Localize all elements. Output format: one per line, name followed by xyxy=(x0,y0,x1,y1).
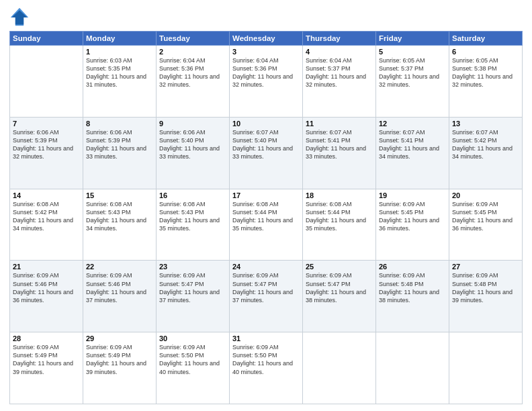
day-number: 15 xyxy=(86,191,153,199)
calendar-cell: 14Sunrise: 6:08 AMSunset: 5:42 PMDayligh… xyxy=(10,189,83,261)
day-number: 26 xyxy=(379,263,446,271)
cell-info: Sunrise: 6:07 AMSunset: 5:40 PMDaylight:… xyxy=(232,128,300,161)
calendar-cell: 22Sunrise: 6:09 AMSunset: 5:46 PMDayligh… xyxy=(83,261,157,332)
day-number: 4 xyxy=(306,48,373,56)
cell-info: Sunrise: 6:06 AMSunset: 5:40 PMDaylight:… xyxy=(159,128,226,161)
cell-info: Sunrise: 6:06 AMSunset: 5:39 PMDaylight:… xyxy=(13,128,80,161)
calendar-cell: 4Sunrise: 6:04 AMSunset: 5:37 PMDaylight… xyxy=(303,46,376,118)
cell-info: Sunrise: 6:08 AMSunset: 5:42 PMDaylight:… xyxy=(13,200,80,233)
cell-info: Sunrise: 6:05 AMSunset: 5:37 PMDaylight:… xyxy=(379,56,446,89)
calendar-cell: 25Sunrise: 6:09 AMSunset: 5:47 PMDayligh… xyxy=(303,261,376,332)
day-number: 29 xyxy=(86,334,153,342)
day-number: 20 xyxy=(452,191,519,199)
cell-info: Sunrise: 6:08 AMSunset: 5:44 PMDaylight:… xyxy=(232,200,300,233)
cell-info: Sunrise: 6:03 AMSunset: 5:35 PMDaylight:… xyxy=(86,56,153,89)
day-number: 27 xyxy=(452,263,519,271)
cell-info: Sunrise: 6:09 AMSunset: 5:45 PMDaylight:… xyxy=(452,200,519,233)
calendar-cell: 16Sunrise: 6:08 AMSunset: 5:43 PMDayligh… xyxy=(157,189,230,261)
calendar-cell: 26Sunrise: 6:09 AMSunset: 5:48 PMDayligh… xyxy=(376,261,449,332)
cell-info: Sunrise: 6:09 AMSunset: 5:49 PMDaylight:… xyxy=(13,343,80,376)
calendar-cell: 2Sunrise: 6:04 AMSunset: 5:36 PMDaylight… xyxy=(157,46,230,118)
cell-info: Sunrise: 6:04 AMSunset: 5:37 PMDaylight:… xyxy=(306,56,373,89)
day-number: 3 xyxy=(232,48,300,56)
day-number: 13 xyxy=(452,120,519,128)
calendar-cell: 27Sunrise: 6:09 AMSunset: 5:48 PMDayligh… xyxy=(449,261,523,332)
day-number: 24 xyxy=(232,263,300,271)
day-number: 22 xyxy=(86,263,153,271)
cell-info: Sunrise: 6:09 AMSunset: 5:49 PMDaylight:… xyxy=(86,343,153,376)
calendar-cell xyxy=(10,46,83,118)
day-number: 18 xyxy=(306,191,373,199)
cell-info: Sunrise: 6:09 AMSunset: 5:45 PMDaylight:… xyxy=(379,200,446,233)
cell-info: Sunrise: 6:08 AMSunset: 5:43 PMDaylight:… xyxy=(86,200,153,233)
calendar-cell: 28Sunrise: 6:09 AMSunset: 5:49 PMDayligh… xyxy=(10,332,83,404)
logo xyxy=(9,7,32,27)
calendar-cell: 6Sunrise: 6:05 AMSunset: 5:38 PMDaylight… xyxy=(449,46,523,118)
day-number: 25 xyxy=(306,263,373,271)
calendar-cell: 9Sunrise: 6:06 AMSunset: 5:40 PMDaylight… xyxy=(157,117,230,189)
calendar-cell: 19Sunrise: 6:09 AMSunset: 5:45 PMDayligh… xyxy=(376,189,449,261)
day-number: 12 xyxy=(379,120,446,128)
cell-info: Sunrise: 6:09 AMSunset: 5:47 PMDaylight:… xyxy=(306,271,373,304)
calendar-cell: 23Sunrise: 6:09 AMSunset: 5:47 PMDayligh… xyxy=(157,261,230,332)
calendar-cell: 1Sunrise: 6:03 AMSunset: 5:35 PMDaylight… xyxy=(83,46,157,118)
cell-info: Sunrise: 6:07 AMSunset: 5:41 PMDaylight:… xyxy=(379,128,446,161)
calendar-cell: 13Sunrise: 6:07 AMSunset: 5:42 PMDayligh… xyxy=(449,117,523,189)
day-number: 28 xyxy=(13,334,80,342)
cell-info: Sunrise: 6:09 AMSunset: 5:48 PMDaylight:… xyxy=(379,271,446,304)
day-number: 19 xyxy=(379,191,446,199)
cell-info: Sunrise: 6:09 AMSunset: 5:48 PMDaylight:… xyxy=(452,271,519,304)
day-number: 10 xyxy=(232,120,300,128)
day-header-saturday: Saturday xyxy=(449,32,523,46)
cell-info: Sunrise: 6:09 AMSunset: 5:46 PMDaylight:… xyxy=(13,271,80,304)
logo-icon xyxy=(9,7,30,27)
day-number: 1 xyxy=(86,48,153,56)
header xyxy=(9,7,523,27)
day-number: 7 xyxy=(13,120,80,128)
day-number: 17 xyxy=(232,191,300,199)
calendar-cell: 8Sunrise: 6:06 AMSunset: 5:39 PMDaylight… xyxy=(83,117,157,189)
day-number: 5 xyxy=(379,48,446,56)
calendar-cell: 3Sunrise: 6:04 AMSunset: 5:36 PMDaylight… xyxy=(230,46,303,118)
day-number: 6 xyxy=(452,48,519,56)
day-header-friday: Friday xyxy=(376,32,449,46)
calendar-cell: 29Sunrise: 6:09 AMSunset: 5:49 PMDayligh… xyxy=(83,332,157,404)
calendar-cell: 11Sunrise: 6:07 AMSunset: 5:41 PMDayligh… xyxy=(303,117,376,189)
cell-info: Sunrise: 6:09 AMSunset: 5:47 PMDaylight:… xyxy=(232,271,300,304)
calendar-cell xyxy=(449,332,523,404)
calendar-cell: 24Sunrise: 6:09 AMSunset: 5:47 PMDayligh… xyxy=(230,261,303,332)
day-number: 23 xyxy=(159,263,226,271)
calendar-cell: 18Sunrise: 6:08 AMSunset: 5:44 PMDayligh… xyxy=(303,189,376,261)
day-header-thursday: Thursday xyxy=(303,32,376,46)
day-number: 16 xyxy=(159,191,226,199)
calendar-cell: 7Sunrise: 6:06 AMSunset: 5:39 PMDaylight… xyxy=(10,117,83,189)
calendar-cell: 10Sunrise: 6:07 AMSunset: 5:40 PMDayligh… xyxy=(230,117,303,189)
day-number: 30 xyxy=(159,334,226,342)
day-number: 21 xyxy=(13,263,80,271)
calendar-cell: 5Sunrise: 6:05 AMSunset: 5:37 PMDaylight… xyxy=(376,46,449,118)
day-number: 11 xyxy=(306,120,373,128)
calendar-cell: 21Sunrise: 6:09 AMSunset: 5:46 PMDayligh… xyxy=(10,261,83,332)
cell-info: Sunrise: 6:07 AMSunset: 5:42 PMDaylight:… xyxy=(452,128,519,161)
calendar-table: SundayMondayTuesdayWednesdayThursdayFrid… xyxy=(9,31,523,404)
calendar-cell xyxy=(303,332,376,404)
cell-info: Sunrise: 6:08 AMSunset: 5:44 PMDaylight:… xyxy=(306,200,373,233)
calendar-cell: 30Sunrise: 6:09 AMSunset: 5:50 PMDayligh… xyxy=(157,332,230,404)
svg-marker-1 xyxy=(12,10,28,24)
day-number: 31 xyxy=(232,334,300,342)
cell-info: Sunrise: 6:08 AMSunset: 5:43 PMDaylight:… xyxy=(159,200,226,233)
calendar-cell: 20Sunrise: 6:09 AMSunset: 5:45 PMDayligh… xyxy=(449,189,523,261)
cell-info: Sunrise: 6:07 AMSunset: 5:41 PMDaylight:… xyxy=(306,128,373,161)
calendar-cell: 17Sunrise: 6:08 AMSunset: 5:44 PMDayligh… xyxy=(230,189,303,261)
day-header-wednesday: Wednesday xyxy=(230,32,303,46)
day-header-tuesday: Tuesday xyxy=(157,32,230,46)
cell-info: Sunrise: 6:09 AMSunset: 5:46 PMDaylight:… xyxy=(86,271,153,304)
calendar-cell xyxy=(376,332,449,404)
calendar-cell: 31Sunrise: 6:09 AMSunset: 5:50 PMDayligh… xyxy=(230,332,303,404)
day-number: 8 xyxy=(86,120,153,128)
day-number: 14 xyxy=(13,191,80,199)
cell-info: Sunrise: 6:04 AMSunset: 5:36 PMDaylight:… xyxy=(232,56,300,89)
cell-info: Sunrise: 6:09 AMSunset: 5:50 PMDaylight:… xyxy=(232,343,300,376)
day-number: 9 xyxy=(159,120,226,128)
cell-info: Sunrise: 6:04 AMSunset: 5:36 PMDaylight:… xyxy=(159,56,226,89)
